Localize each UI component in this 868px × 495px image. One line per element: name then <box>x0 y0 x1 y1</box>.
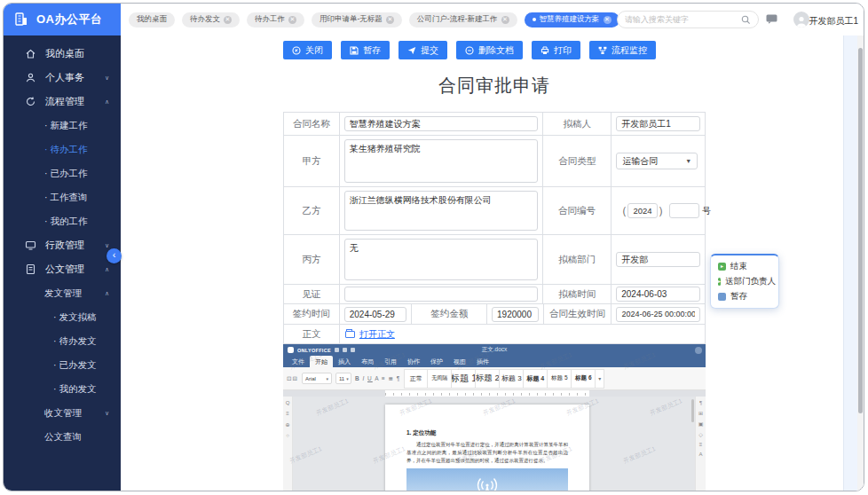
main-content: 关闭 暂存 提交 删除文档 打印 <box>121 35 864 491</box>
sidebar-item-new-work[interactable]: 新建工作 <box>4 114 121 138</box>
shape-settings-icon[interactable]: ◇ <box>698 431 703 437</box>
comments-icon[interactable]: ≡ <box>286 411 289 416</box>
font-name-select[interactable]: Arial▾ <box>302 373 332 384</box>
contract-year-input[interactable] <box>627 203 658 218</box>
sidebar-item-pending-dispatch[interactable]: 待办发文 <box>4 329 121 353</box>
navigation-icon[interactable]: ⊕ <box>285 421 289 428</box>
sidebar-item-my-desktop[interactable]: 我的桌面 <box>4 42 121 66</box>
editor-tab-protection[interactable]: 保护 <box>425 356 448 367</box>
tab-contract-plan-active[interactable]: 智慧养殖建设方案 ✕ <box>525 12 619 28</box>
tab-my-desktop[interactable]: 我的桌面 <box>129 12 175 28</box>
sidebar-item-my-dispatch[interactable]: 我的发文 <box>4 377 121 401</box>
sidebar-item-work-query[interactable]: 工作查询 <box>4 185 121 209</box>
style-heading4[interactable]: 标题 4 <box>524 369 548 389</box>
sidebar-item-document-mgmt[interactable]: 公文管理 <box>4 257 121 281</box>
sign-time-input[interactable] <box>344 307 407 322</box>
sidebar-item-dispatch-draft[interactable]: 发文拟稿 <box>4 305 121 329</box>
style-heading1[interactable]: 标题 1 <box>452 369 476 389</box>
sidebar-item-done-work[interactable]: 已办工作 <box>4 161 121 185</box>
doc-heading: 1. 定位功能 <box>406 429 568 437</box>
sidebar-item-process-mgmt[interactable]: 流程管理 <box>4 90 121 114</box>
editor-tab-collaboration[interactable]: 协作 <box>402 356 425 367</box>
style-heading3[interactable]: 标题 3 <box>500 369 524 389</box>
sidebar-collapse-button[interactable]: ‹ <box>107 248 122 263</box>
editor-toolbar: ⊡⊟ Arial▾ 11▾ B I U A ≡ ≣ ¶ 正常 无间隔 标题 1 … <box>283 367 706 390</box>
route-option-save[interactable]: 暂存 <box>718 289 771 304</box>
sidebar-item-doc-query[interactable]: 公文查询 <box>4 425 121 449</box>
witness-input[interactable] <box>344 287 539 302</box>
editor-tab-home[interactable]: 开始 <box>310 356 333 367</box>
tab-close-icon[interactable]: ✕ <box>224 16 232 24</box>
editor-tab-references[interactable]: 引用 <box>379 356 402 367</box>
message-icon[interactable] <box>766 14 777 24</box>
drafter-input[interactable] <box>616 116 700 131</box>
document-page[interactable]: 1. 定位功能 通过定位装置对牛羊位置进行定位，并通过距离计算装置计算某牛羊和基… <box>385 405 589 491</box>
sidebar-item-receive-mgmt[interactable]: 收文管理 <box>4 401 121 425</box>
editor-tab-insert[interactable]: 插入 <box>333 356 356 367</box>
scrollbar-thumb[interactable] <box>858 48 863 413</box>
font-size-select[interactable]: 11▾ <box>335 373 351 384</box>
tab-pending-work[interactable]: 待办工作 ✕ <box>247 12 304 28</box>
paragraph-settings-icon[interactable]: ¶ <box>699 400 702 405</box>
feedback-icon[interactable]: ○ <box>286 433 289 438</box>
tab-close-icon[interactable]: ✕ <box>501 16 509 24</box>
sidebar-item-admin-mgmt[interactable]: 行政管理 <box>4 233 121 257</box>
editor-tab-file[interactable]: 文件 <box>287 356 310 367</box>
clipboard-icons[interactable]: ⊡⊟ <box>287 375 298 382</box>
sidebar-item-done-dispatch[interactable]: 已办发文 <box>4 353 121 377</box>
style-heading2[interactable]: 标题 2 <box>476 369 500 389</box>
style-heading6[interactable]: 标题 6 <box>572 369 596 389</box>
sign-amount-input[interactable] <box>492 307 539 322</box>
current-user-name[interactable]: 开发部员工1 <box>809 15 858 28</box>
formatting-icons[interactable]: B I U A ≡ ≣ ¶ <box>355 375 400 382</box>
tab-seal-request[interactable]: 用印申请单-无标题 ✕ <box>312 12 402 28</box>
sidebar-item-personal-affairs[interactable]: 个人事务 <box>4 66 121 90</box>
save-button[interactable]: 暂存 <box>341 41 390 59</box>
chart-settings-icon[interactable]: ≡ <box>699 442 703 447</box>
editor-tab-view[interactable]: 视图 <box>448 356 471 367</box>
route-option-dept-manager[interactable]: ▸ 送部门负责人 <box>718 274 771 289</box>
editor-tab-layout[interactable]: 布局 <box>356 356 379 367</box>
process-monitor-button[interactable]: 流程监控 <box>589 41 656 59</box>
delete-document-button[interactable]: 删除文档 <box>456 41 523 59</box>
contract-type-select[interactable]: 运输合同 ▼ <box>616 153 698 169</box>
tab-close-icon[interactable]: ✕ <box>288 16 296 24</box>
page-title: 合同审批申请 <box>283 74 706 97</box>
effective-time-input[interactable] <box>616 307 700 322</box>
table-settings-icon[interactable]: ⊞ <box>698 410 703 416</box>
find-icon[interactable]: Q <box>286 400 290 405</box>
text-art-icon[interactable]: A <box>698 452 702 457</box>
sidebar-item-pending-work[interactable]: 待办工作 <box>4 138 121 161</box>
search-input[interactable] <box>625 15 741 24</box>
contract-number-input[interactable] <box>669 203 699 218</box>
contract-name-input[interactable] <box>344 116 539 131</box>
draft-time-input[interactable] <box>616 287 700 302</box>
route-option-finish[interactable]: ▸ 结束 <box>718 259 771 274</box>
party-b-textarea[interactable]: 浙江兰德纵横网络技术股份有限公司 <box>344 191 538 231</box>
print-button[interactable]: 打印 <box>532 41 580 59</box>
party-c-textarea[interactable]: 无 <box>344 239 539 280</box>
submit-button[interactable]: 提交 <box>398 41 447 59</box>
sidebar-item-my-work[interactable]: 我的工作 <box>4 209 121 233</box>
search-icon[interactable] <box>741 15 751 25</box>
tab-portal-new-work[interactable]: 公司门户-流程-新建工作 ✕ <box>409 12 517 28</box>
style-no-spacing[interactable]: 无间隔 <box>428 369 452 389</box>
close-button[interactable]: 关闭 <box>283 41 332 59</box>
avatar[interactable] <box>793 12 809 28</box>
party-a-textarea[interactable]: 某生猪养殖研究院 <box>344 139 539 183</box>
image-settings-icon[interactable]: ▣ <box>698 420 704 427</box>
page-scrollbar[interactable] <box>857 35 864 491</box>
tab-close-icon[interactable]: ✕ <box>604 16 612 24</box>
style-heading5[interactable]: 标题 5 <box>548 369 572 389</box>
style-normal[interactable]: 正常 <box>404 369 428 389</box>
editor-tab-plugins[interactable]: 插件 <box>471 356 494 367</box>
chevron-down-icon <box>105 75 109 82</box>
draft-dept-input[interactable] <box>616 252 700 267</box>
tab-close-icon[interactable]: ✕ <box>386 16 394 24</box>
party-b-label: 乙方 <box>302 205 320 217</box>
sidebar-item-dispatch-mgmt[interactable]: 发文管理 <box>4 281 121 305</box>
open-body-link[interactable]: 打开正文 <box>340 325 706 344</box>
tab-pending-dispatch[interactable]: 待办发文 ✕ <box>182 12 240 28</box>
editor-scrollbar[interactable] <box>691 399 694 422</box>
style-gallery-expand-icon[interactable]: ▾ <box>596 369 604 389</box>
